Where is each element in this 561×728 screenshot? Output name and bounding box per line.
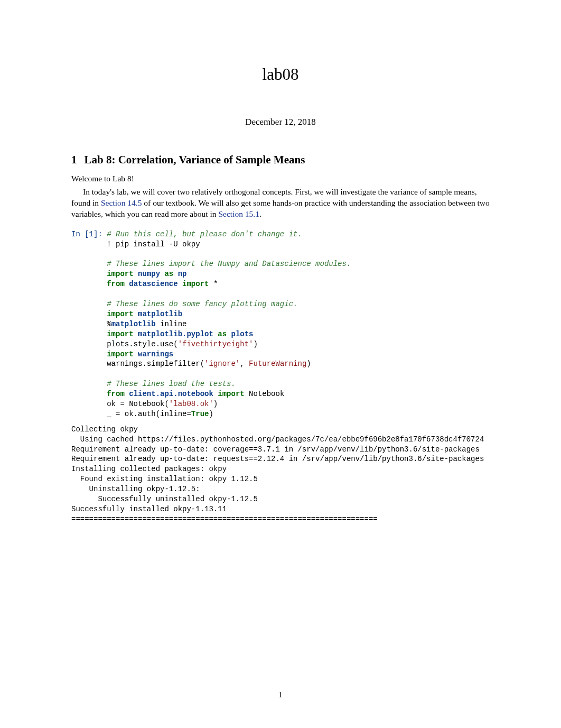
mod-numpy: numpy xyxy=(138,270,160,278)
l16-end: ) xyxy=(209,410,213,418)
paragraph-1: Welcome to Lab 8! xyxy=(71,173,490,185)
out-2: Using cached https://files.pythonhosted.… xyxy=(71,435,484,444)
kw-import-2: import xyxy=(182,280,209,288)
l10-end: ) xyxy=(253,340,257,348)
l15-end: ) xyxy=(213,400,218,408)
mod-pyplot: matplotlib.pyplot xyxy=(138,330,213,338)
p2-text-c: . xyxy=(259,209,261,218)
code-comment-2: # These lines import the Numpy and Datas… xyxy=(107,260,351,268)
input-prompt: In [1]: xyxy=(71,230,107,238)
str-53eight: 'fivethirtyeight' xyxy=(178,340,254,348)
str-lab08ok: 'lab08.ok' xyxy=(169,400,213,408)
out-10: ========================================… xyxy=(71,515,378,523)
kw-import-1: import xyxy=(107,270,133,278)
magic-matplotlib: matplotlib xyxy=(111,320,156,328)
mod-client: client.api.notebook xyxy=(129,390,213,398)
code-comment-1: # Run this cell, but please don't change… xyxy=(107,230,302,238)
kw-as-2: as xyxy=(218,330,227,338)
l12-end: ) xyxy=(306,360,311,368)
kw-from-2: from xyxy=(107,390,125,398)
str-ignore: 'ignore' xyxy=(204,360,240,368)
kw-import-5: import xyxy=(107,350,133,358)
document-title: lab08 xyxy=(71,63,490,86)
notebook-class: Notebook xyxy=(245,390,285,398)
link-section-14-5[interactable]: Section 14.5 xyxy=(101,198,142,207)
out-5: Installing collected packages: okpy xyxy=(71,465,227,473)
output-cell: Collecting okpy Using cached https://fil… xyxy=(0,425,561,524)
star-import: * xyxy=(209,280,218,288)
code-comment-4: # These lines load the tests. xyxy=(107,380,236,388)
alias-np: np xyxy=(178,270,187,278)
out-7: Uninstalling okpy-1.12.5: xyxy=(71,485,200,493)
l10-pre: plots.style.use( xyxy=(71,340,178,348)
document-date: December 12, 2018 xyxy=(71,116,490,128)
pct-magic: % xyxy=(71,320,111,328)
futurewarning: FutureWarning xyxy=(249,360,306,368)
bool-true: True xyxy=(191,410,209,418)
kw-import-6: import xyxy=(218,390,244,398)
kw-as-1: as xyxy=(164,270,173,278)
code-comment-3: # These lines do some fancy plotting mag… xyxy=(107,300,297,308)
alias-plots: plots xyxy=(231,330,254,338)
out-1: Collecting okpy xyxy=(71,425,138,434)
code-cell: In [1]: # Run this cell, but please don'… xyxy=(71,229,490,419)
l15-pre: ok = Notebook( xyxy=(71,400,169,408)
out-8: Successfully uninstalled okpy-1.12.5 xyxy=(71,495,258,503)
code-line-pip: ! pip install -U okpy xyxy=(71,240,200,248)
section-title: Lab 8: Correlation, Variance of Sample M… xyxy=(85,153,305,166)
link-section-15-1[interactable]: Section 15.1 xyxy=(218,209,259,218)
section-number: 1 xyxy=(71,153,77,166)
inline-arg: inline xyxy=(156,320,187,328)
section-heading: 1Lab 8: Correlation, Variance of Sample … xyxy=(71,152,490,167)
out-4: Requirement already up-to-date: requests… xyxy=(71,455,484,463)
out-3: Requirement already up-to-date: coverage… xyxy=(71,445,480,454)
mod-datascience: datascience xyxy=(129,280,177,288)
kw-from-1: from xyxy=(107,280,125,288)
l16-pre: _ = ok.auth(inline= xyxy=(71,410,191,418)
l12-mid: , xyxy=(240,360,249,368)
kw-import-3: import xyxy=(107,310,133,318)
mod-matplotlib: matplotlib xyxy=(138,310,182,318)
mod-warnings: warnings xyxy=(138,350,173,358)
page-container: lab08 December 12, 2018 1Lab 8: Correlat… xyxy=(0,0,561,728)
out-6: Found existing installation: okpy 1.12.5 xyxy=(71,475,258,483)
paragraph-2: In today's lab, we will cover two relati… xyxy=(71,187,490,220)
kw-import-4: import xyxy=(107,330,133,338)
l12-pre: warnings.simplefilter( xyxy=(71,360,204,368)
out-9: Successfully installed okpy-1.13.11 xyxy=(71,505,227,513)
page-number: 1 xyxy=(0,689,561,701)
